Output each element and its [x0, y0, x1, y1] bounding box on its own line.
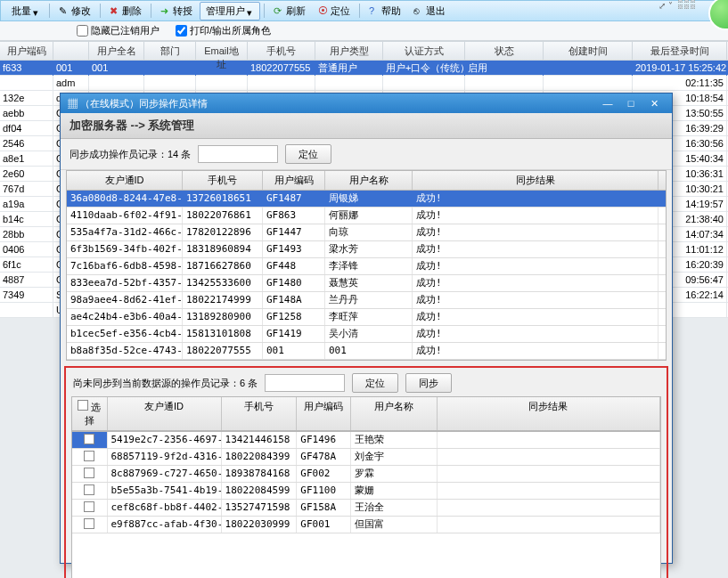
expand-indicator: ⤢ ˅ [658, 1, 673, 11]
col-email[interactable]: Email地址 [196, 42, 248, 60]
delete-button[interactable]: ✖删除 [104, 3, 147, 20]
synced-row[interactable]: 535a4f7a-31d2-466c-…17820122896GF1447向琼成… [67, 224, 666, 241]
locate-button[interactable]: ⦿定位 [313, 3, 356, 20]
edit-button[interactable]: ✎修改 [53, 3, 96, 20]
success-label: 同步成功操作员记录：14 条 [70, 148, 191, 161]
grid-row[interactable]: f63300100118022077555普通用户用户+口令（传统）启用2019… [0, 61, 728, 76]
print-role-checkbox[interactable]: 打印/输出所属角色 [176, 24, 271, 37]
pending-row[interactable]: 8c887969-c727-4650-…18938784168GF002罗霖 [72, 466, 660, 483]
col-uid[interactable] [53, 42, 89, 60]
pending-box: 尚未同步到当前数据源的操作员记录：6 条 定位 同步 选择 友户通ID 手机号 … [64, 366, 668, 578]
hide-logout-checkbox[interactable]: 隐藏已注销用户 [77, 24, 160, 37]
grid-row[interactable]: adm02:11:35 [0, 76, 728, 91]
maximize-button[interactable]: □ [620, 97, 642, 110]
success-search-input[interactable] [198, 145, 278, 163]
synced-row[interactable]: b8a8f35d-52ce-4743-…18022077555001001成功! [67, 343, 666, 360]
pending-row[interactable]: cef8c68f-bb8f-4402-…13527471598GF158A王治全 [72, 500, 660, 517]
pending-table: 选择 友户通ID 手机号 用户编码 用户名称 同步结果 [71, 396, 661, 432]
options-row: 隐藏已注销用户 打印/输出所属角色 [0, 21, 728, 41]
batch-button[interactable]: 批量▾ [6, 3, 45, 20]
pending-bar: 尚未同步到当前数据源的操作员记录：6 条 定位 同步 [68, 371, 665, 395]
synced-col-name[interactable]: 用户名称 [325, 171, 413, 190]
col-auth[interactable]: 认证方式 [383, 42, 465, 60]
pending-col-phone[interactable]: 手机号 [222, 397, 298, 430]
col-uname[interactable]: 用户全名 [89, 42, 144, 60]
pending-row[interactable]: e9f887cc-afab-4f30-…18022030999GF001但国富 [72, 517, 660, 533]
pending-row[interactable]: 5419e2c7-2356-4697-…13421446158GF1496王艳荣 [72, 432, 660, 449]
locate-success-button[interactable]: 定位 [285, 144, 331, 164]
pending-col-name[interactable]: 用户名称 [351, 397, 438, 430]
help-button[interactable]: ?帮助 [364, 3, 406, 20]
pending-col-id[interactable]: 友户通ID [108, 397, 222, 430]
col-yhdm[interactable]: 用户端码 [0, 42, 53, 60]
pending-col-result[interactable]: 同步结果 [438, 397, 660, 430]
sync-dialog: ▦ （在线模式）同步操作员详情 — □ ✕ 加密服务器 --> 系统管理 同步成… [60, 93, 673, 564]
synced-table: 友户通ID 手机号 用户编码 用户名称 同步结果 36a080d8-8244-4… [66, 170, 667, 361]
grip-icon [678, 0, 699, 11]
section-header: 加密服务器 --> 系统管理 [61, 113, 672, 139]
main-toolbar: 批量▾ ✎修改 ✖删除 ➜转授 管理用户▾ ⟳刷新 ⦿定位 ?帮助 ⎋退出 [0, 0, 728, 21]
col-ltime[interactable]: 最后登录时间 [633, 42, 727, 60]
synced-col-code[interactable]: 用户编码 [263, 171, 325, 190]
synced-col-result[interactable]: 同步结果 [413, 171, 658, 190]
dialog-titlebar[interactable]: ▦ （在线模式）同步操作员详情 — □ ✕ [61, 94, 672, 113]
pending-col-sel[interactable]: 选择 [72, 397, 108, 430]
grid-header: 用户端码 用户全名 部门 Email地址 手机号 用户类型 认证方式 状态 创建… [0, 41, 728, 61]
synced-row[interactable]: ae4c24b4-e3b6-40a4-…13189280900GF1258李旺萍… [67, 309, 666, 326]
pending-col-code[interactable]: 用户编码 [297, 397, 351, 430]
pending-label: 尚未同步到当前数据源的操作员记录：6 条 [73, 377, 258, 390]
pending-body: 5419e2c7-2356-4697-…13421446158GF1496王艳荣… [71, 432, 661, 578]
synced-row[interactable]: 98a9aee4-8d62-41ef-…18022174999GF148A兰丹丹… [67, 292, 666, 309]
pending-row[interactable]: 68857119-9f2d-4316-…18022084399GF478A刘金宇 [72, 449, 660, 466]
col-ctime[interactable]: 创建时间 [544, 42, 633, 60]
synced-row[interactable]: 833eea7d-52bf-4357-…13425533600GF1480聂慧英… [67, 275, 666, 292]
col-phone[interactable]: 手机号 [248, 42, 315, 60]
pending-row[interactable]: b5e55a3b-7541-4b19-…18022084599GF1100蒙姗 [72, 483, 660, 500]
success-bar: 同步成功操作员记录：14 条 定位 [61, 139, 672, 170]
synced-row[interactable]: 4110daab-6f02-4f91-…18022076861GF863何丽娜成… [67, 208, 666, 224]
close-button[interactable]: ✕ [643, 97, 665, 110]
refresh-button[interactable]: ⟳刷新 [268, 3, 311, 20]
synced-row[interactable]: b1cec5ef-e356-4cb4-…15813101808GF1419吴小清… [67, 326, 666, 343]
app-icon: ▦ [68, 98, 78, 109]
col-dept[interactable]: 部门 [144, 42, 196, 60]
col-type[interactable]: 用户类型 [315, 42, 383, 60]
synced-row[interactable]: 6f3b1569-34fb-402f-…18318960894GF1493梁水芳… [67, 241, 666, 258]
manage-users-button[interactable]: 管理用户▾ [200, 2, 260, 20]
dialog-title: （在线模式）同步操作员详情 [80, 98, 208, 109]
minimize-button[interactable]: — [597, 97, 618, 110]
col-stat[interactable]: 状态 [465, 42, 544, 60]
transfer-button[interactable]: ➜转授 [155, 3, 198, 20]
sync-button[interactable]: 同步 [405, 373, 452, 393]
exit-button[interactable]: ⎋退出 [408, 3, 451, 20]
pending-search-input[interactable] [265, 374, 345, 392]
synced-row[interactable]: 7c16baf6-6db8-4598-…18716627860GF448李泽锋成… [67, 258, 666, 275]
locate-pending-button[interactable]: 定位 [352, 373, 398, 393]
synced-body: 36a080d8-8244-47e8-…13726018651GF1487周银娣… [67, 191, 666, 360]
synced-col-id[interactable]: 友户通ID [67, 171, 183, 190]
synced-row[interactable]: 36a080d8-8244-47e8-…13726018651GF1487周银娣… [67, 191, 666, 208]
synced-col-phone[interactable]: 手机号 [183, 171, 263, 190]
